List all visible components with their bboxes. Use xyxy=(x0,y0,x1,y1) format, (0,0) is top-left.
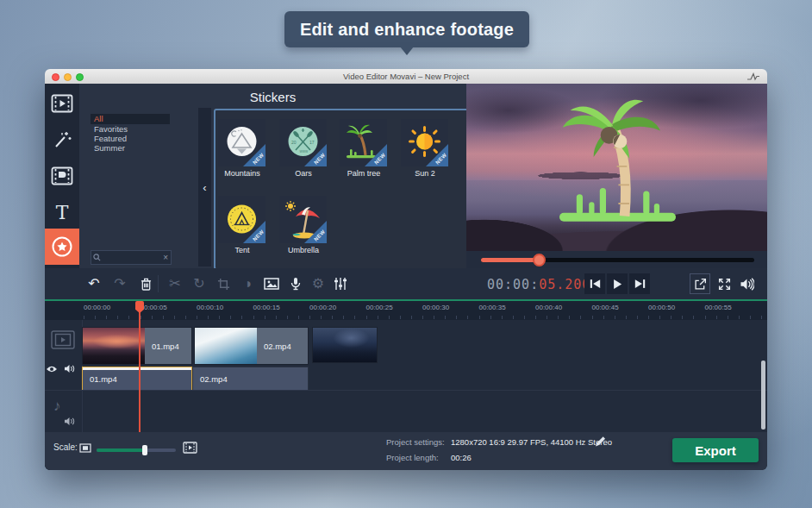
sticker-tile-mountains[interactable]: NEW xyxy=(218,119,265,166)
fullscreen-button[interactable] xyxy=(714,273,734,294)
seekbar-handle[interactable] xyxy=(533,254,546,267)
sticker-label: Oars xyxy=(272,169,334,178)
sticker-label: Mountains xyxy=(211,169,273,178)
rotate-icon: ↻ xyxy=(193,277,204,291)
search-icon xyxy=(93,254,101,261)
timecode-main: 00:00: xyxy=(487,277,539,292)
scale-slider-fill xyxy=(97,448,145,452)
timecode-fraction: 05.200 xyxy=(539,277,590,292)
zoom-in-film-icon[interactable] xyxy=(183,442,197,454)
track-mute-speaker-icon[interactable] xyxy=(64,364,75,373)
share-out-icon xyxy=(694,278,707,291)
detach-player-button[interactable] xyxy=(690,273,710,294)
preview-seekbar[interactable] xyxy=(481,258,754,262)
insert-image-button[interactable] xyxy=(260,268,283,299)
sticker-tile-umbrella[interactable]: NEW xyxy=(279,196,327,243)
edit-pencil-icon[interactable] xyxy=(595,436,606,447)
record-voice-button[interactable] xyxy=(284,268,307,299)
previous-frame-button[interactable] xyxy=(584,273,605,294)
video-track-icon xyxy=(51,330,75,349)
timeline-scrollbar[interactable] xyxy=(761,361,765,430)
linked-clip-01[interactable]: 01.mp4 xyxy=(82,367,192,391)
project-settings-label: Project settings: xyxy=(386,437,445,447)
clip-thumbnail-sunset xyxy=(83,328,145,364)
timeline-tracks: 01.mp4 02.mp4 01.mp4 02.mp4 xyxy=(45,320,767,432)
play-icon xyxy=(612,279,622,290)
window-title: Video Editor Movavi – New Project xyxy=(45,72,767,81)
search-clear-icon[interactable]: × xyxy=(163,253,168,262)
ruler-tick: 00:00:30 xyxy=(422,304,449,311)
zoom-out-film-icon[interactable] xyxy=(79,443,91,453)
fullscreen-icon xyxy=(718,278,731,291)
seekbar-progress xyxy=(481,258,538,262)
ruler-minor-ticks xyxy=(84,316,764,319)
next-frame-button[interactable] xyxy=(629,273,650,294)
desktop: Edit and enhance footage Video Editor Mo… xyxy=(0,0,812,508)
scale-slider[interactable] xyxy=(97,448,176,452)
sticker-tile-palm-tree[interactable]: NEW xyxy=(340,119,387,166)
app-body: T xyxy=(45,84,767,470)
contrast-icon: ◑ xyxy=(243,277,252,291)
collapse-panel-button[interactable]: ‹ xyxy=(198,108,211,267)
transitions-icon xyxy=(51,166,73,185)
video-clip-01[interactable]: 01.mp4 xyxy=(82,327,192,365)
export-button[interactable]: Export xyxy=(672,438,759,462)
crop-button[interactable] xyxy=(212,268,234,299)
chevron-left-icon: ‹ xyxy=(203,181,206,194)
sticker-label: Tent xyxy=(211,246,273,254)
sticker-search[interactable]: × xyxy=(91,250,172,265)
volume-button[interactable] xyxy=(736,273,757,294)
clip-label: 02.mp4 xyxy=(257,328,308,364)
settings-button[interactable]: ⚙ xyxy=(307,268,329,299)
playhead-line[interactable] xyxy=(139,301,141,432)
sidebar-item-filters[interactable] xyxy=(45,122,79,158)
timecode-display: 00:00:05.200 xyxy=(487,277,590,292)
project-length-value: 00:26 xyxy=(451,453,472,462)
linked-clip-02[interactable]: 02.mp4 xyxy=(192,367,309,391)
trash-icon xyxy=(141,278,152,291)
redo-button[interactable]: ↷ xyxy=(109,268,131,299)
stickers-icon xyxy=(51,235,73,258)
preview-palm-tree-sticker[interactable] xyxy=(544,92,699,237)
sidebar-item-stickers[interactable] xyxy=(45,229,79,265)
scissors-icon: ✂ xyxy=(169,277,180,291)
redo-icon: ↷ xyxy=(114,277,125,291)
category-summer[interactable]: Summer xyxy=(91,143,170,154)
delete-button[interactable] xyxy=(134,268,157,299)
video-clip-02[interactable]: 02.mp4 xyxy=(194,327,309,365)
search-input[interactable] xyxy=(103,253,160,263)
undo-button[interactable]: ↶ xyxy=(83,268,105,299)
equalizer-button[interactable] xyxy=(329,268,352,299)
play-button[interactable] xyxy=(607,273,628,294)
sticker-tile-oars[interactable]: 20 17 WWW NEW xyxy=(279,119,327,166)
clip-thumbnail-mountains xyxy=(313,328,377,362)
category-all[interactable]: All xyxy=(91,114,170,124)
panel-title: Stickers xyxy=(79,90,466,104)
audio-mute-speaker-icon[interactable] xyxy=(64,417,75,426)
split-button[interactable]: ✂ xyxy=(164,268,186,299)
undo-icon: ↶ xyxy=(88,277,99,291)
timeline-ruler[interactable]: 00:00:00 00:00:05 00:00:10 00:00:15 00:0… xyxy=(45,301,767,320)
sidebar-item-transitions[interactable] xyxy=(45,158,79,194)
gear-icon: ⚙ xyxy=(312,277,324,291)
track-visibility-eye-icon[interactable] xyxy=(46,365,58,373)
title-bar: Video Editor Movavi – New Project xyxy=(45,69,767,85)
video-clip-03[interactable] xyxy=(312,327,378,363)
rotate-button[interactable]: ↻ xyxy=(188,268,210,299)
toolbar: ↶ ↷ ✂ ↻ xyxy=(45,268,767,299)
track-divider xyxy=(45,390,767,391)
project-length-label: Project length: xyxy=(386,453,439,462)
color-adjust-button[interactable]: ◑ xyxy=(236,268,259,299)
titles-icon: T xyxy=(56,202,69,223)
sticker-tile-tent[interactable]: NEW xyxy=(218,196,265,243)
equalizer-icon xyxy=(334,277,347,291)
sidebar-item-titles[interactable]: T xyxy=(45,194,79,230)
scale-slider-handle[interactable] xyxy=(142,445,147,455)
ruler-tick: 00:00:35 xyxy=(479,304,506,311)
magic-wand-icon xyxy=(52,129,72,150)
activity-icon[interactable] xyxy=(746,72,760,81)
microphone-icon xyxy=(290,277,301,291)
ruler-tick: 00:00:05 xyxy=(141,304,167,311)
sidebar-item-media[interactable] xyxy=(45,85,79,122)
sticker-tile-sun-2[interactable]: NEW xyxy=(401,119,448,166)
